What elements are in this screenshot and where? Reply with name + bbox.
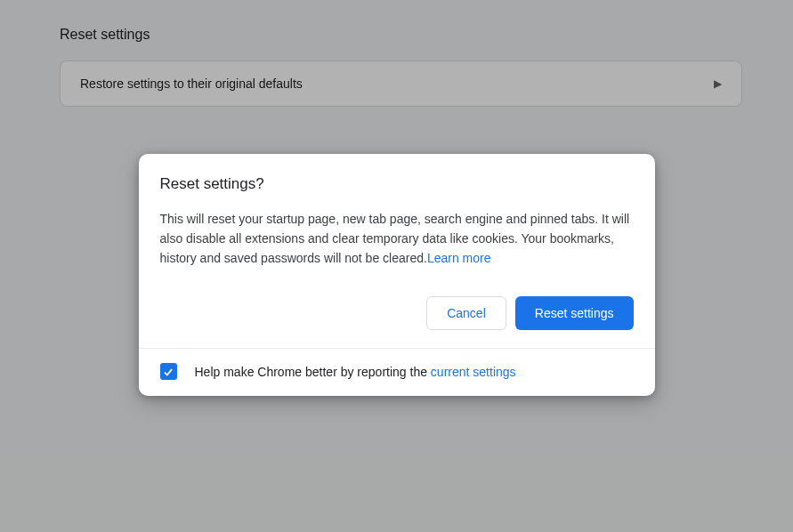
cancel-button[interactable]: Cancel (426, 296, 506, 330)
learn-more-link[interactable]: Learn more (427, 251, 491, 265)
dialog-body: Reset settings? This will reset your sta… (139, 154, 655, 348)
reset-settings-dialog: Reset settings? This will reset your sta… (139, 154, 655, 396)
dialog-footer: Help make Chrome better by reporting the… (139, 348, 655, 396)
dialog-title: Reset settings? (160, 175, 634, 193)
reset-settings-button[interactable]: Reset settings (515, 296, 634, 330)
dialog-description-text: This will reset your startup page, new t… (160, 212, 630, 265)
dialog-actions: Cancel Reset settings (160, 296, 634, 330)
footer-prefix: Help make Chrome better by reporting the (195, 365, 431, 379)
report-checkbox[interactable] (160, 363, 177, 380)
modal-overlay: Reset settings? This will reset your sta… (0, 0, 793, 532)
checkmark-icon (162, 366, 174, 378)
dialog-description: This will reset your startup page, new t… (160, 209, 634, 268)
current-settings-link[interactable]: current settings (431, 365, 516, 379)
footer-text: Help make Chrome better by reporting the… (195, 365, 516, 379)
